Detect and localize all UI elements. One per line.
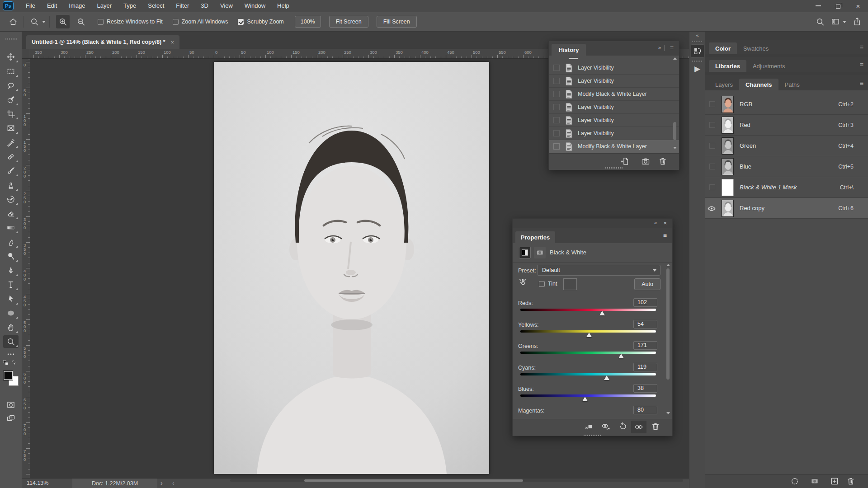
view-previous-state-button[interactable] [601, 422, 610, 431]
history-snapshot-well[interactable] [553, 91, 560, 97]
history-panel-button[interactable] [691, 44, 704, 58]
object-selection-tool[interactable] [3, 94, 19, 106]
pen-tool[interactable] [3, 264, 19, 277]
zoom-tool-option[interactable] [28, 15, 41, 28]
slider-thumb-cyans[interactable] [604, 375, 609, 380]
collapse-panel-icon[interactable]: « [654, 220, 657, 225]
history-item[interactable]: Layer Visibility [549, 61, 679, 75]
menu-file[interactable]: File [20, 0, 41, 12]
eraser-tool[interactable] [3, 207, 19, 220]
zoom-percentage[interactable]: 114.13% [27, 480, 48, 486]
channel-row-green[interactable]: GreenCtrl+4 [705, 136, 868, 156]
panel-menu-icon[interactable]: ≡ [860, 43, 863, 51]
panel-menu-icon[interactable]: ≡ [670, 44, 674, 52]
history-snapshot-well[interactable] [553, 130, 560, 136]
panel-menu-icon[interactable]: ≡ [860, 80, 863, 87]
share-icon[interactable] [853, 17, 862, 26]
preset-dropdown[interactable]: Default [537, 265, 660, 276]
tab-properties[interactable]: Properties [515, 231, 555, 243]
scroll-up-icon[interactable] [666, 264, 670, 266]
foreground-color-swatch[interactable] [3, 371, 13, 380]
brush-tool[interactable] [3, 164, 19, 177]
chevron-down-icon[interactable] [42, 21, 46, 23]
slider-thumb-yellows[interactable] [586, 333, 592, 337]
menu-help[interactable]: Help [271, 0, 295, 12]
home-button[interactable] [6, 15, 20, 28]
history-item[interactable]: Modify Black & White Layer [549, 88, 679, 101]
menu-layer[interactable]: Layer [91, 0, 118, 12]
history-snapshot-well[interactable] [553, 143, 560, 150]
panel-menu-icon[interactable]: ≡ [860, 61, 863, 68]
menu-type[interactable]: Type [118, 0, 142, 12]
crop-tool[interactable] [3, 108, 19, 120]
close-button[interactable]: × [848, 0, 868, 12]
delete-channel-button[interactable] [846, 477, 855, 486]
collapse-panel-icon[interactable]: » [658, 45, 661, 50]
default-colors-icon[interactable] [3, 360, 17, 366]
healing-brush-tool[interactable] [3, 150, 19, 163]
option-check-zoom-all-windows[interactable]: Zoom All Windows [173, 19, 228, 25]
fit-screen-button[interactable]: Fit Screen [329, 16, 368, 28]
history-item[interactable]: Layer Visibility [549, 75, 679, 88]
toolbar-grip[interactable] [5, 38, 17, 40]
history-snapshot-well[interactable] [553, 104, 560, 110]
channel-row-red[interactable]: RedCtrl+3 [705, 115, 868, 136]
eyedropper-tool[interactable] [3, 136, 19, 149]
fill-screen-button[interactable]: Fill Screen [377, 16, 417, 28]
delete-state-button[interactable] [658, 157, 667, 166]
visibility-toggle[interactable] [709, 184, 715, 190]
visibility-toggle[interactable] [709, 164, 715, 169]
visibility-toggle[interactable] [709, 101, 715, 107]
vertical-ruler[interactable]: 05 01 0 01 5 02 0 02 5 03 0 03 5 04 0 04… [22, 59, 30, 478]
properties-scrollbar[interactable] [666, 263, 670, 417]
slider-value-cyans[interactable]: 119 [633, 363, 657, 371]
visibility-toggle[interactable] [709, 122, 715, 128]
workspace-icon[interactable] [831, 17, 840, 26]
targeted-adjustment-icon[interactable] [518, 277, 527, 286]
delete-adjustment-button[interactable] [651, 422, 660, 431]
dock-grip[interactable] [692, 61, 703, 62]
chevron-down-icon[interactable] [843, 21, 846, 23]
scrollbar-thumb[interactable] [666, 268, 670, 380]
channel-row-blue[interactable]: BlueCtrl+5 [705, 156, 868, 177]
search-icon[interactable] [816, 17, 825, 26]
slider-value-greens[interactable]: 171 [633, 341, 657, 350]
slider-track-blues[interactable] [520, 394, 656, 397]
tab-channels[interactable]: Channels [739, 79, 778, 90]
tab-history[interactable]: History [552, 44, 586, 56]
scroll-down-icon[interactable] [666, 412, 670, 414]
checkbox-checked[interactable] [238, 19, 244, 25]
path-selection-tool[interactable] [3, 293, 19, 305]
lasso-tool[interactable] [3, 79, 19, 92]
slider-thumb-reds[interactable] [599, 311, 605, 315]
panel-resize-grip[interactable] [605, 167, 623, 169]
zoom-out-button[interactable] [74, 15, 88, 28]
history-item[interactable]: Layer Visibility [549, 127, 679, 140]
panel-menu-icon[interactable]: ≡ [663, 232, 667, 239]
move-tool[interactable] [3, 51, 19, 63]
history-snapshot-well[interactable] [553, 78, 560, 84]
slider-value-magentas[interactable]: 80 [633, 406, 657, 414]
frame-tool[interactable] [3, 122, 19, 135]
actions-panel-button[interactable]: ▶ [689, 64, 705, 74]
new-document-from-state-button[interactable] [620, 157, 629, 166]
clone-stamp-tool[interactable] [3, 179, 19, 192]
channel-row-black-white-1-mask[interactable]: Black & White 1 MaskCtrl+\ [705, 177, 868, 198]
minimize-button[interactable] [808, 0, 828, 12]
menu-select[interactable]: Select [142, 0, 170, 12]
smudge-tool[interactable] [3, 236, 19, 249]
tint-color-swatch[interactable] [563, 278, 577, 290]
dock-grip[interactable] [692, 41, 703, 42]
option-check-scrubby-zoom[interactable]: Scrubby Zoom [238, 19, 283, 25]
quick-mask-button[interactable] [3, 399, 19, 411]
history-scrollbar[interactable] [673, 56, 677, 152]
gradient-tool[interactable] [3, 221, 19, 234]
collapse-dock-icon[interactable]: « [689, 33, 705, 38]
tab-layers[interactable]: Layers [709, 79, 739, 90]
history-snapshot-well[interactable] [553, 65, 560, 71]
restore-button[interactable] [828, 0, 848, 12]
slider-thumb-blues[interactable] [582, 397, 588, 401]
tab-paths[interactable]: Paths [778, 79, 806, 90]
tab-swatches[interactable]: Swatches [737, 42, 775, 54]
shape-tool[interactable] [3, 307, 19, 319]
